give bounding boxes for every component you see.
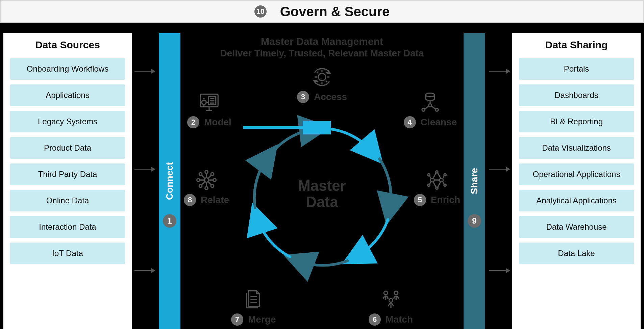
svg-point-6 <box>429 104 432 107</box>
svg-point-1 <box>318 73 326 81</box>
svg-point-13 <box>213 179 216 182</box>
svg-point-4 <box>202 100 206 104</box>
model-entry-arrow-icon <box>243 121 331 134</box>
enrich-network-icon <box>425 168 449 192</box>
people-group-icon <box>379 288 403 311</box>
step-number-10: 10 <box>254 5 267 18</box>
svg-point-15 <box>211 173 214 176</box>
step-match: 6 Match <box>369 288 413 326</box>
flow-arrow-icon <box>489 169 510 170</box>
sharing-item: Portals <box>519 58 634 80</box>
svg-point-5 <box>426 93 435 97</box>
documents-icon <box>242 288 265 311</box>
step-cleanse: 4 Cleanse <box>404 91 457 128</box>
monitor-config-icon <box>197 91 221 114</box>
source-item: IoT Data <box>10 243 125 264</box>
step-number-7: 7 <box>231 313 243 326</box>
sharing-item: Data Lake <box>519 243 634 264</box>
source-item: Online Data <box>10 190 125 211</box>
step-label-match: Match <box>386 314 413 325</box>
flow-arrow-icon <box>489 71 510 72</box>
step-merge: 7 Merge <box>231 288 276 326</box>
master-data-label: Master Data <box>298 178 346 210</box>
sharing-item: Data Visualizations <box>519 137 634 159</box>
svg-point-14 <box>199 173 202 176</box>
svg-point-28 <box>389 299 393 302</box>
svg-point-18 <box>431 178 435 182</box>
step-label-access: Access <box>314 92 347 102</box>
svg-point-8 <box>436 108 439 111</box>
share-bar: Share 9 <box>464 33 485 329</box>
topbar-title: Govern & Secure <box>280 4 390 19</box>
svg-point-12 <box>197 179 200 182</box>
flow-arrow-icon <box>489 270 510 271</box>
svg-point-27 <box>394 291 398 295</box>
step-number-1: 1 <box>163 214 176 228</box>
topbar-govern-secure: 10 Govern & Secure <box>0 0 644 23</box>
step-access: 3 Access <box>297 65 347 103</box>
main-row: Data Sources Onboarding Workflows Applic… <box>0 27 644 329</box>
step-number-8: 8 <box>184 194 196 206</box>
step-enrich: 5 Enrich <box>414 168 460 206</box>
data-cleanse-icon <box>418 91 442 114</box>
step-label-enrich: Enrich <box>431 195 460 205</box>
sharing-item: Dashboards <box>519 84 634 106</box>
step-number-9: 9 <box>468 214 481 228</box>
svg-point-19 <box>440 178 443 182</box>
step-number-3: 3 <box>297 91 309 103</box>
sharing-item: Analytical Applications <box>519 190 634 211</box>
data-sources-title: Data Sources <box>10 39 125 51</box>
data-sharing-panel: Data Sharing Portals Dashboards BI & Rep… <box>512 33 641 329</box>
svg-point-10 <box>205 171 208 174</box>
source-item: Onboarding Workflows <box>10 58 125 80</box>
step-label-merge: Merge <box>248 314 276 325</box>
step-relate: 8 Relate <box>184 168 229 206</box>
source-item: Applications <box>10 84 125 106</box>
sharing-item: Data Warehouse <box>519 216 634 238</box>
step-model: 2 Model <box>187 91 231 128</box>
flow-arrow-icon <box>134 71 155 72</box>
svg-point-11 <box>205 187 208 190</box>
sharing-item: BI & Reporting <box>519 111 634 132</box>
svg-point-17 <box>211 184 214 187</box>
source-item: Interaction Data <box>10 216 125 238</box>
source-item: Product Data <box>10 137 125 159</box>
center-title-line1: Master Data Management <box>180 35 464 48</box>
step-number-4: 4 <box>404 116 416 128</box>
flow-arrow-icon <box>134 169 155 170</box>
source-item: Third Party Data <box>10 163 125 185</box>
svg-point-7 <box>422 108 425 111</box>
center-area: Master Data Management Deliver Timely, T… <box>180 33 464 329</box>
connect-bar: Connect 1 <box>159 33 180 329</box>
step-label-cleanse: Cleanse <box>421 117 457 128</box>
data-sharing-title: Data Sharing <box>519 39 634 51</box>
step-number-2: 2 <box>187 116 199 128</box>
connect-label: Connect <box>164 162 175 200</box>
data-sources-panel: Data Sources Onboarding Workflows Applic… <box>3 33 132 329</box>
source-item: Legacy Systems <box>10 111 125 132</box>
share-label: Share <box>469 168 480 194</box>
center-title-line2: Deliver Timely, Trusted, Relevant Master… <box>180 48 464 59</box>
network-icon <box>195 168 218 192</box>
gear-cycle-icon <box>310 65 334 89</box>
step-label-relate: Relate <box>201 195 229 205</box>
flow-arrow-icon <box>134 270 155 271</box>
step-number-5: 5 <box>414 194 426 206</box>
svg-point-26 <box>384 291 388 295</box>
sharing-item: Operational Applications <box>519 163 634 185</box>
step-label-model: Model <box>204 117 231 128</box>
svg-point-16 <box>199 184 202 187</box>
step-number-6: 6 <box>369 313 381 326</box>
